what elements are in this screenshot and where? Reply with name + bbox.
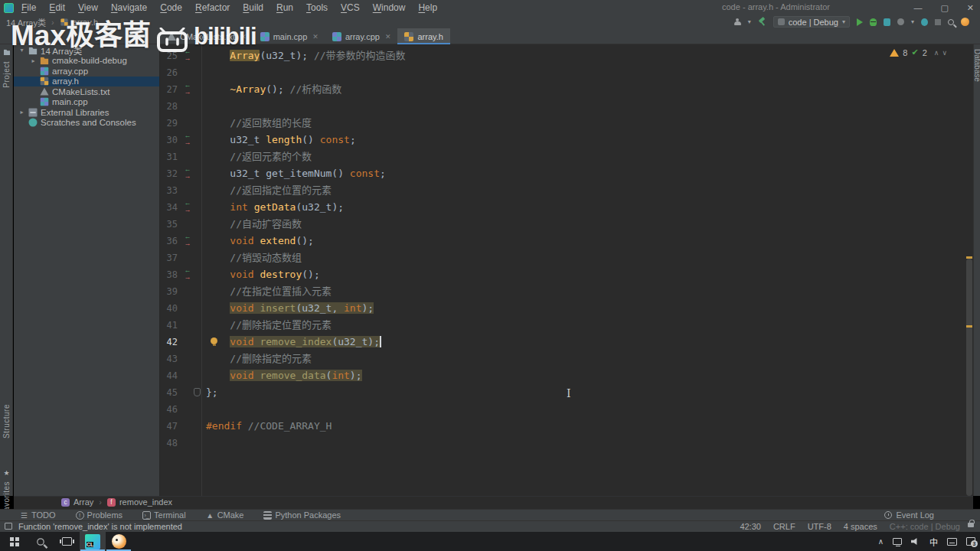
tree-item-array.cpp[interactable]: array.cpp (14, 66, 159, 77)
tree-chevron-icon[interactable]: ▸ (30, 57, 37, 64)
code-line-44[interactable]: 44 void remove_data(int); (160, 367, 965, 384)
taskbar-search-button[interactable] (28, 532, 54, 551)
code-line-46[interactable]: 46 (160, 401, 965, 418)
code-text[interactable]: //删除指定的元素 (206, 350, 312, 367)
promo-icon[interactable] (961, 18, 969, 26)
tree-item-main.cpp[interactable]: main.cpp (14, 97, 159, 108)
run-button[interactable] (857, 18, 863, 26)
network-icon[interactable] (893, 538, 902, 545)
tool-stripe-structure[interactable]: Structure (2, 404, 11, 439)
code-line-27[interactable]: 27←→ ~Array(); //析构函数 (160, 81, 965, 98)
tab-CMakeLists.txt[interactable]: CMakeLists.txt✕ (160, 28, 253, 44)
tree-chevron-icon[interactable]: ▸ (18, 109, 25, 116)
close-button[interactable]: ✕ (967, 3, 974, 13)
stop-button[interactable] (935, 19, 941, 25)
event-log-button[interactable]: Event Log (884, 510, 934, 520)
caret-position[interactable]: 42:30 (740, 522, 761, 531)
code-line-34[interactable]: 34←→ int getData(u32_t); (160, 199, 965, 216)
menu-file[interactable]: File (21, 2, 36, 13)
code-line-35[interactable]: 35 //自动扩容函数 (160, 216, 965, 233)
code-text[interactable]: void remove_data(int); (206, 367, 362, 384)
tree-item-scratches-and-consoles[interactable]: Scratches and Consoles (14, 118, 159, 129)
code-text[interactable]: int getData(u32_t); (206, 199, 344, 216)
code-text[interactable]: //自动扩容函数 (206, 216, 302, 233)
close-tab-icon[interactable]: ✕ (312, 33, 318, 41)
gutter-change-arrows-icon[interactable]: ←→ (182, 132, 193, 148)
code-text[interactable]: u32_t get_itemNum() const; (206, 165, 386, 182)
tree-item-14-array类[interactable]: ▾14 Array类 (14, 45, 159, 56)
tab-array.cpp[interactable]: array.cpp✕ (325, 28, 398, 44)
menu-refactor[interactable]: Refactor (195, 2, 230, 13)
close-tab-icon[interactable]: ✕ (240, 33, 247, 41)
code-text[interactable]: u32_t length() const; (206, 132, 356, 148)
code-text[interactable]: //返回数组的长度 (206, 115, 312, 132)
minimize-button[interactable]: — (913, 3, 922, 12)
code-line-47[interactable]: 47#endif //CODE_ARRAY_H (160, 418, 965, 435)
gutter-change-arrows-icon[interactable]: ←→ (182, 200, 193, 215)
menu-help[interactable]: Help (418, 2, 437, 13)
code-line-31[interactable]: 31 //返回元素的个数 (160, 148, 965, 165)
user-account-icon[interactable] (734, 18, 741, 25)
code-line-33[interactable]: 33 //返回指定位置的元素 (160, 182, 965, 199)
tab-main.cpp[interactable]: main.cpp✕ (253, 28, 325, 44)
toolwindow-problems[interactable]: !Problems (76, 510, 122, 520)
menu-run[interactable]: Run (276, 2, 293, 13)
debug-button[interactable] (870, 18, 877, 26)
toolwindow-cmake[interactable]: ▲CMake (206, 510, 244, 520)
ime-indicator[interactable]: 中 (929, 536, 938, 548)
code-line-40[interactable]: 40 void insert(u32_t, int); (160, 300, 965, 317)
tree-item-external-libraries[interactable]: ▸External Libraries (14, 107, 159, 118)
breadcrumb-array[interactable]: cArray (61, 497, 93, 507)
gutter-change-arrows-icon[interactable]: ←→ (182, 267, 193, 282)
code-text[interactable]: void destroy(); (206, 266, 320, 283)
task-view-button[interactable] (54, 532, 80, 551)
code-line-32[interactable]: 32←→ u32_t get_itemNum() const; (160, 165, 965, 182)
tree-item-cmakelists.txt[interactable]: CMakeLists.txt (14, 86, 159, 97)
tool-stripe-database[interactable]: Database (973, 49, 980, 82)
start-button[interactable] (2, 532, 28, 551)
menu-build[interactable]: Build (243, 2, 263, 13)
code-line-43[interactable]: 43 //删除指定的元素 (160, 350, 965, 367)
code-text[interactable]: #endif //CODE_ARRAY_H (206, 418, 332, 435)
inspection-widget[interactable]: 8 ✔ 2 ∧∨ (890, 47, 950, 57)
tree-item-array.h[interactable]: array.h (14, 77, 159, 87)
code-line-41[interactable]: 41 //删除指定位置的元素 (160, 317, 965, 334)
code-editor[interactable]: 25←→ Array(u32_t); //带参数的构造函数2627←→ ~Arr… (160, 44, 965, 496)
gutter-change-arrows-icon[interactable]: ←→ (182, 166, 193, 181)
chevron-down-icon[interactable]: ▾ (911, 18, 914, 25)
menu-view[interactable]: View (78, 2, 98, 13)
menu-code[interactable]: Code (160, 2, 182, 13)
gutter-change-arrows-icon[interactable]: ←→ (182, 82, 193, 97)
tab-array.h[interactable]: array.h (397, 28, 449, 44)
resolve-context[interactable]: C++: code | Debug (890, 522, 960, 531)
coverage-button[interactable] (884, 18, 890, 26)
menu-vcs[interactable]: VCS (341, 2, 360, 13)
code-line-26[interactable]: 26 (160, 64, 965, 81)
menu-tools[interactable]: Tools (306, 2, 328, 13)
lock-icon[interactable] (968, 523, 974, 527)
code-text[interactable]: }; (206, 384, 218, 401)
line-separator[interactable]: CRLF (773, 522, 795, 531)
code-text[interactable]: //销毁动态数组 (206, 249, 302, 266)
code-line-48[interactable]: 48 (160, 435, 965, 452)
tree-item-cmake-build-debug[interactable]: ▸cmake-build-debug (14, 56, 159, 67)
status-message[interactable]: Function 'remove_index' is not implement… (18, 522, 182, 531)
build-hammer-icon[interactable] (758, 18, 766, 26)
search-everywhere-icon[interactable] (948, 19, 954, 25)
code-text[interactable]: void insert(u32_t, int); (206, 300, 374, 317)
close-tab-icon[interactable]: ✕ (385, 33, 391, 41)
menu-navigate[interactable]: Navigate (111, 2, 147, 13)
tray-expand-icon[interactable]: ∧ (878, 537, 884, 546)
taskbar-app-button[interactable] (106, 532, 132, 551)
chevron-down-icon[interactable]: ▾ (748, 18, 751, 25)
notification-icon[interactable]: 3 (966, 537, 975, 546)
menu-window[interactable]: Window (373, 2, 406, 13)
code-line-28[interactable]: 28 (160, 98, 965, 115)
run-configuration-select[interactable]: code | Debug ▾ (773, 16, 850, 28)
maximize-button[interactable]: ▢ (940, 3, 948, 13)
code-line-37[interactable]: 37 //销毁动态数组 (160, 249, 965, 266)
code-text[interactable]: //返回元素的个数 (206, 148, 312, 165)
toolwindow-terminal[interactable]: ›_Terminal (142, 510, 186, 520)
prev-next-problem-chevrons[interactable]: ∧∨ (934, 49, 950, 57)
code-line-36[interactable]: 36←→ void extend(); (160, 233, 965, 249)
